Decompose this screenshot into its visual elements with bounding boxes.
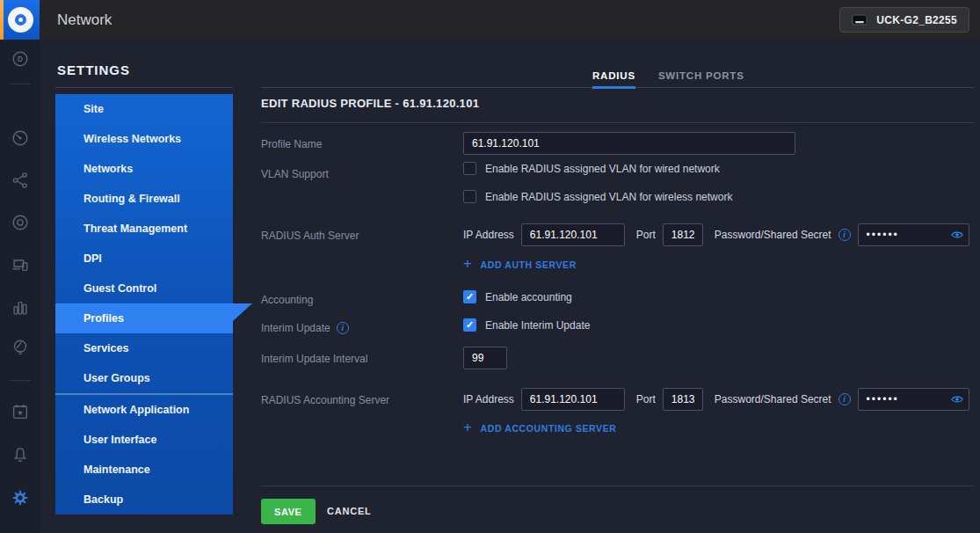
- page-title: Network: [57, 0, 112, 40]
- menu-item-routing-firewall[interactable]: Routing & Firewall: [55, 184, 233, 214]
- device-badge[interactable]: UCK-G2_B2255: [839, 7, 969, 33]
- accounting-label: Accounting: [261, 294, 313, 306]
- vlan-wireless-checkbox[interactable]: [463, 190, 476, 203]
- acct-server-label: RADIUS Accounting Server: [261, 394, 389, 406]
- acct-server-row: IP Address Port Password/Shared Secret ✕: [463, 388, 980, 411]
- auth-secret-label: Password/Shared Secret: [715, 229, 831, 241]
- top-bar: Network UCK-G2_B2255: [40, 0, 980, 40]
- accounting-checkbox-row[interactable]: Enable accounting: [463, 290, 572, 303]
- vlan-wireless-label: Enable RADIUS assigned VLAN for wireless…: [485, 191, 732, 203]
- profile-name-input[interactable]: [463, 132, 795, 155]
- clients-icon[interactable]: [0, 255, 40, 274]
- svg-text:★: ★: [17, 409, 23, 417]
- footer-divider: [261, 486, 974, 486]
- devices-icon[interactable]: [0, 213, 40, 232]
- interim-interval-input[interactable]: [463, 347, 507, 369]
- auth-port-input[interactable]: [663, 223, 703, 246]
- menu-item-networks[interactable]: Networks: [55, 154, 233, 184]
- acct-ip-input[interactable]: [521, 388, 625, 411]
- show-password-eye-icon[interactable]: [951, 393, 963, 409]
- menu-item-maintenance[interactable]: Maintenance: [55, 455, 233, 485]
- add-auth-server-button[interactable]: ADD AUTH SERVER: [463, 258, 577, 271]
- statistics-icon[interactable]: [0, 298, 40, 318]
- auth-server-label: RADIUS Auth Server: [261, 230, 359, 242]
- menu-item-guest-control[interactable]: Guest Control: [55, 274, 233, 303]
- enable-accounting-label: Enable accounting: [485, 291, 572, 303]
- app-window: D: [0, 0, 980, 533]
- topology-icon[interactable]: [0, 171, 40, 190]
- interim-update-label: Interim Update: [261, 322, 349, 334]
- dashboard-icon[interactable]: [0, 128, 40, 148]
- form-heading: EDIT RADIUS PROFILE - 61.91.120.101: [261, 97, 479, 110]
- menu-item-backup[interactable]: Backup: [55, 485, 233, 515]
- unifi-logo[interactable]: [0, 0, 40, 40]
- acct-secret-info-icon[interactable]: [838, 393, 851, 405]
- enable-interim-update-label: Enable Interim Update: [485, 319, 590, 332]
- heading-divider: [261, 122, 974, 123]
- interim-update-checkbox-row[interactable]: Enable Interim Update: [463, 318, 590, 332]
- vlan-wired-checkbox-row[interactable]: Enable RADIUS assigned VLAN for wired ne…: [463, 162, 720, 175]
- icon-rail: D: [0, 0, 40, 533]
- vlan-wired-checkbox[interactable]: [463, 162, 476, 175]
- menu-item-user-interface[interactable]: User Interface: [55, 425, 233, 455]
- menu-item-network-application[interactable]: Network Application: [55, 395, 233, 425]
- acct-secret-label: Password/Shared Secret: [715, 393, 831, 405]
- interim-interval-label: Interim Update Interval: [261, 353, 367, 365]
- unifi-logo-icon: [8, 7, 33, 33]
- rail-divider: [10, 84, 30, 84]
- menu-item-services[interactable]: Services: [55, 333, 233, 363]
- acct-port-input[interactable]: [663, 388, 703, 411]
- content-tabs: RADIUS SWITCH PORTS: [592, 70, 744, 89]
- menu-item-threat-management[interactable]: Threat Management: [55, 214, 233, 244]
- auth-port-label: Port: [636, 229, 656, 241]
- interim-update-label-text: Interim Update: [261, 322, 330, 334]
- settings-gear-icon[interactable]: [0, 488, 40, 507]
- vlan-wired-label: Enable RADIUS assigned VLAN for wired ne…: [485, 163, 720, 175]
- show-password-eye-icon[interactable]: [951, 229, 963, 245]
- menu-item-wireless-networks[interactable]: Wireless Networks: [55, 124, 233, 154]
- enable-accounting-checkbox[interactable]: [463, 290, 476, 303]
- vlan-wireless-checkbox-row[interactable]: Enable RADIUS assigned VLAN for wireless…: [463, 190, 732, 203]
- map-icon[interactable]: [0, 338, 40, 357]
- cancel-button[interactable]: CANCEL: [327, 499, 372, 524]
- rail-divider: [10, 380, 30, 381]
- auth-secret-info-icon[interactable]: [838, 229, 851, 241]
- acct-ip-label: IP Address: [463, 393, 514, 405]
- menu-item-user-groups[interactable]: User Groups: [55, 363, 233, 393]
- cloud-key-device-icon: [852, 14, 867, 26]
- settings-header-divider: [55, 87, 233, 88]
- alerts-bell-icon[interactable]: [0, 446, 40, 465]
- add-accounting-server-button[interactable]: ADD ACCOUNTING SERVER: [463, 421, 616, 434]
- events-icon[interactable]: ★: [0, 402, 40, 421]
- menu-item-site[interactable]: Site: [55, 94, 233, 124]
- auth-ip-input[interactable]: [521, 223, 625, 246]
- tab-radius[interactable]: RADIUS: [592, 70, 635, 89]
- save-button[interactable]: SAVE: [261, 499, 316, 524]
- acct-port-label: Port: [636, 393, 656, 405]
- auth-secret-wrap: [858, 223, 969, 246]
- interim-update-info-icon[interactable]: [337, 322, 349, 334]
- settings-panel-title: SETTINGS: [57, 62, 130, 77]
- dream-machine-icon[interactable]: D: [0, 49, 40, 69]
- tab-switch-ports[interactable]: SWITCH PORTS: [658, 70, 744, 89]
- settings-menu: Site Wireless Networks Networks Routing …: [55, 94, 233, 515]
- profile-name-label: Profile Name: [261, 138, 322, 150]
- auth-ip-label: IP Address: [463, 229, 514, 241]
- auth-server-row: IP Address Port Password/Shared Secret ✕: [463, 223, 980, 246]
- enable-interim-update-checkbox[interactable]: [463, 318, 476, 332]
- menu-item-dpi[interactable]: DPI: [55, 244, 233, 274]
- acct-secret-wrap: [858, 388, 969, 411]
- vlan-support-label: VLAN Support: [261, 168, 329, 180]
- menu-item-profiles[interactable]: Profiles: [55, 303, 233, 333]
- alert-strip: [0, 0, 4, 40]
- svg-text:D: D: [18, 55, 23, 63]
- device-badge-label: UCK-G2_B2255: [876, 14, 957, 26]
